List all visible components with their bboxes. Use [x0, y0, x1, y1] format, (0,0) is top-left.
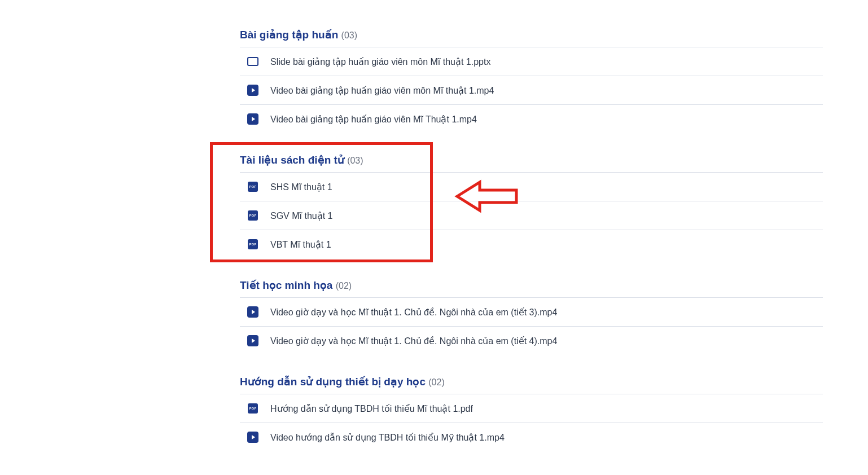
item-label: Video bài giảng tập huấn giáo viên môn M… [270, 85, 494, 96]
video-icon [247, 113, 259, 125]
section-title: Bài giảng tập huấn (03) [240, 28, 823, 47]
section-title-text: Bài giảng tập huấn [240, 29, 338, 41]
item-label: VBT Mĩ thuật 1 [270, 239, 331, 250]
item-label: Video giờ dạy và học Mĩ thuật 1. Chủ đề.… [270, 336, 557, 346]
video-icon [247, 335, 259, 347]
pdf-icon: PDF [247, 209, 259, 222]
section-tai-lieu-sach-dien-tu: Tài liệu sách điện tử (03) PDF SHS Mĩ th… [240, 153, 823, 258]
video-icon [247, 306, 259, 318]
section-tiet-hoc-minh-hoa: Tiết học minh họa (02) Video giờ dạy và … [240, 279, 823, 355]
video-icon [247, 431, 259, 443]
list-item[interactable]: Slide bài giảng tập huấn giáo viên môn M… [240, 47, 823, 76]
list-item[interactable]: PDF Hướng dẫn sử dụng TBDH tối thiểu Mĩ … [240, 394, 823, 423]
section-title-text: Tiết học minh họa [240, 279, 332, 291]
section-count: (03) [341, 30, 357, 40]
list-item[interactable]: Video bài giảng tập huấn giáo viên môn M… [240, 76, 823, 104]
list-item[interactable]: PDF SHS Mĩ thuật 1 [240, 172, 823, 201]
video-icon [247, 84, 259, 96]
item-label: Video giờ dạy và học Mĩ thuật 1. Chủ đề.… [270, 307, 557, 318]
section-title: Hướng dẫn sử dụng thiết bị dạy học (02) [240, 375, 823, 394]
list-item[interactable]: Video giờ dạy và học Mĩ thuật 1. Chủ đề.… [240, 297, 823, 326]
section-title-text: Tài liệu sách điện tử [240, 154, 344, 166]
list-item[interactable]: PDF VBT Mĩ thuật 1 [240, 230, 823, 258]
item-label: SGV Mĩ thuật 1 [270, 210, 332, 221]
pdf-icon: PDF [247, 181, 259, 193]
section-count: (02) [336, 281, 352, 291]
main-content: PDF Bài giảng tập huấn (03) Slide bài gi… [0, 0, 868, 451]
item-label: Hướng dẫn sử dụng TBDH tối thiểu Mĩ thuậ… [270, 403, 473, 414]
list-item[interactable]: Video bài giảng tập huấn giáo viên Mĩ Th… [240, 104, 823, 133]
section-count: (02) [428, 377, 444, 387]
section-title: Tài liệu sách điện tử (03) [240, 153, 823, 172]
section-count: (03) [347, 156, 363, 165]
slide-icon [247, 55, 259, 68]
list-item[interactable]: Video hướng dẫn sử dụng TBDH tối thiểu M… [240, 423, 823, 451]
item-label: Slide bài giảng tập huấn giáo viên môn M… [270, 56, 490, 67]
section-title-text: Hướng dẫn sử dụng thiết bị dạy học [240, 376, 426, 388]
item-label: Video bài giảng tập huấn giáo viên Mĩ Th… [270, 114, 477, 125]
item-label: Video hướng dẫn sử dụng TBDH tối thiểu M… [270, 432, 505, 443]
item-label: SHS Mĩ thuật 1 [270, 182, 332, 192]
list-item[interactable]: PDF SGV Mĩ thuật 1 [240, 201, 823, 230]
pdf-icon: PDF [247, 238, 259, 250]
section-bai-giang-tap-huan: Bài giảng tập huấn (03) Slide bài giảng … [240, 28, 823, 133]
section-title: Tiết học minh họa (02) [240, 279, 823, 297]
list-item[interactable]: Video giờ dạy và học Mĩ thuật 1. Chủ đề.… [240, 326, 823, 355]
pdf-icon: PDF [247, 402, 259, 415]
section-huong-dan-su-dung: Hướng dẫn sử dụng thiết bị dạy học (02) … [240, 375, 823, 451]
